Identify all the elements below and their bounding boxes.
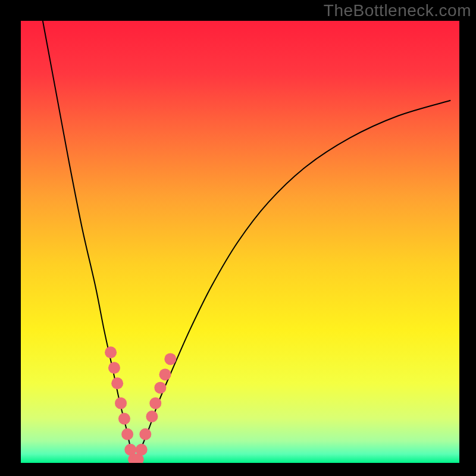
marker-dot	[159, 368, 171, 380]
marker-dot	[115, 397, 127, 409]
plot-area	[21, 21, 459, 463]
marker-dot	[154, 382, 166, 394]
marker-dot	[121, 428, 133, 440]
marker-dot	[139, 428, 151, 440]
marker-dot	[136, 444, 148, 456]
marker-dot	[105, 346, 117, 358]
marker-dot	[118, 413, 130, 425]
gradient-background	[21, 21, 459, 463]
marker-dot	[111, 377, 123, 389]
chart-frame: TheBottleneck.com	[0, 0, 476, 476]
marker-dot	[146, 411, 158, 422]
marker-dot	[164, 353, 176, 365]
chart-svg	[21, 21, 459, 463]
marker-dot	[149, 397, 161, 409]
marker-dot	[108, 362, 120, 374]
watermark-text: TheBottleneck.com	[324, 1, 471, 20]
